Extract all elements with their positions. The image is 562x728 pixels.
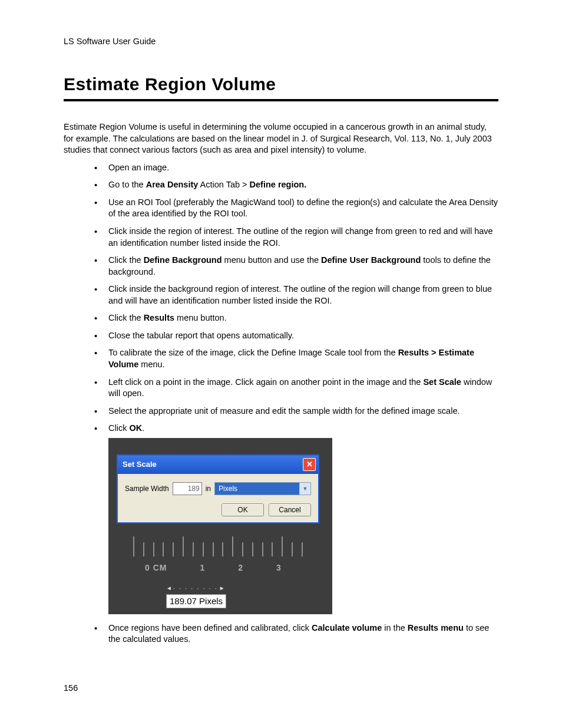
document-header: LS Software User Guide bbox=[64, 37, 498, 46]
step-text: To calibrate the size of the image, clic… bbox=[108, 348, 398, 357]
step-text: Go to the bbox=[108, 180, 146, 189]
dialog-title: Set Scale bbox=[123, 459, 157, 470]
scale-indicator: ◄ · · · · · · · · ► 189.07 Pixels bbox=[166, 584, 226, 608]
step-item: Click inside the region of interest. The… bbox=[98, 226, 498, 249]
ruler-label: 2 bbox=[238, 562, 243, 574]
step-item: Once regions have been defined and calib… bbox=[98, 622, 498, 645]
unit-selected-value: Pixels bbox=[215, 483, 299, 495]
scale-readout: 189.07 Pixels bbox=[166, 594, 226, 608]
scale-line: ◄ · · · · · · · · ► bbox=[166, 584, 226, 593]
sample-width-row: Sample Width in Pixels ▼ bbox=[125, 482, 311, 495]
ok-button[interactable]: OK bbox=[222, 503, 264, 516]
step-text: menu button. bbox=[174, 313, 227, 322]
set-scale-dialog: Set Scale ✕ Sample Width in Pixels bbox=[117, 454, 319, 523]
ruler-ticks bbox=[117, 534, 319, 556]
step-text: Open an image. bbox=[108, 163, 169, 172]
step-text: Close the tabular report that opens auto… bbox=[108, 331, 294, 340]
sample-width-input[interactable] bbox=[173, 482, 202, 495]
bold-text: Calculate volume bbox=[312, 623, 382, 633]
dialog-titlebar[interactable]: Set Scale ✕ bbox=[118, 456, 318, 474]
intro-paragraph: Estimate Region Volume is useful in dete… bbox=[64, 121, 498, 156]
step-item: Close the tabular report that opens auto… bbox=[98, 330, 498, 342]
step-item: Go to the Area Density Action Tab > Defi… bbox=[98, 179, 498, 191]
step-item: Click the Define Background menu button … bbox=[98, 255, 498, 278]
set-scale-screenshot: Set Scale ✕ Sample Width in Pixels bbox=[108, 438, 332, 614]
bold-text: Define User Background bbox=[321, 255, 421, 265]
step-item: Left click on a point in the image. Clic… bbox=[98, 377, 498, 400]
bold-text: Results bbox=[144, 313, 174, 322]
bold-text: Set Scale bbox=[423, 377, 461, 387]
step-text: Click inside the background region of in… bbox=[108, 284, 492, 305]
arrow-right-icon: ► bbox=[219, 584, 225, 592]
bold-text: Results menu bbox=[408, 623, 464, 633]
step-text: Once regions have been defined and calib… bbox=[108, 623, 312, 633]
ruler-label: 1 bbox=[200, 562, 205, 574]
ruler-background: 0 CM 1 2 3 ◄ · · · · · · · · ► 189.07 Pi… bbox=[117, 534, 319, 605]
step-text: menu button and use the bbox=[222, 255, 322, 265]
title-rule bbox=[64, 99, 498, 101]
bold-text: Area Density bbox=[146, 180, 199, 189]
step-text: Click inside the region of interest. The… bbox=[108, 226, 493, 248]
ruler-label: 0 CM bbox=[145, 562, 167, 574]
scale-dots: · · · · · · · · bbox=[173, 584, 218, 593]
ruler-labels: 0 CM 1 2 3 bbox=[117, 562, 319, 574]
step-text: Use an ROI Tool (preferably the MagicWan… bbox=[108, 197, 498, 219]
step-item: Click the Results menu button. bbox=[98, 312, 498, 324]
step-item: To calibrate the size of the image, clic… bbox=[98, 347, 498, 370]
bold-text: Define Background bbox=[144, 255, 222, 265]
step-text: . bbox=[142, 423, 144, 433]
step-text: Select the appropriate unit of measure a… bbox=[108, 406, 459, 416]
step-item: Use an ROI Tool (preferably the MagicWan… bbox=[98, 197, 498, 220]
step-text: Left click on a point in the image. Clic… bbox=[108, 377, 423, 387]
step-text: Action Tab > bbox=[198, 180, 249, 189]
step-item: Select the appropriate unit of measure a… bbox=[98, 406, 498, 417]
step-text: Click the bbox=[108, 255, 144, 265]
sample-width-label: Sample Width bbox=[125, 484, 169, 493]
close-icon: ✕ bbox=[306, 460, 313, 468]
step-item: Click inside the background region of in… bbox=[98, 284, 498, 307]
dialog-buttons: OK Cancel bbox=[125, 503, 311, 516]
step-text: Click bbox=[108, 423, 129, 433]
in-label: in bbox=[206, 484, 211, 493]
ruler-label: 3 bbox=[276, 562, 282, 574]
page-number: 156 bbox=[64, 683, 78, 693]
bold-text: Define region. bbox=[250, 180, 307, 189]
step-text: Click the bbox=[108, 313, 144, 322]
step-text: menu. bbox=[138, 360, 164, 369]
page-title: Estimate Region Volume bbox=[64, 74, 498, 95]
arrow-left-icon: ◄ bbox=[166, 584, 172, 592]
close-button[interactable]: ✕ bbox=[303, 458, 316, 471]
steps-list: Open an image. Go to the Area Density Ac… bbox=[64, 162, 498, 645]
step-item: Click OK. Set Scale ✕ Sample Width bbox=[98, 423, 498, 614]
cancel-button[interactable]: Cancel bbox=[269, 503, 311, 516]
chevron-down-icon[interactable]: ▼ bbox=[299, 483, 310, 495]
dialog-body: Sample Width in Pixels ▼ OK Cancel bbox=[118, 474, 318, 522]
step-item: Open an image. bbox=[98, 162, 498, 174]
bold-text: OK bbox=[129, 423, 142, 433]
step-text: in the bbox=[382, 623, 408, 633]
unit-select[interactable]: Pixels ▼ bbox=[214, 482, 311, 495]
